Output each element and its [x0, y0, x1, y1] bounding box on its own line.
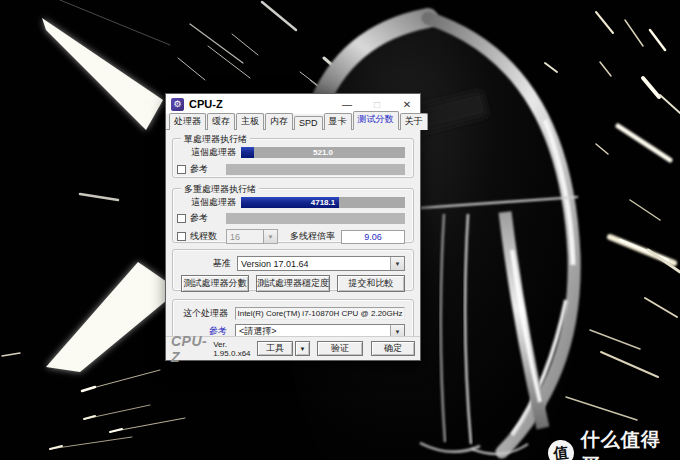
ok-button[interactable]: 确定 — [371, 341, 415, 356]
tools-dropdown-button[interactable]: ▼ — [295, 341, 310, 356]
single-thread-group: 單處理器执行绪 這個處理器 521.0 參考 — [172, 138, 414, 178]
tab-memory[interactable]: 内存 — [265, 113, 293, 130]
tab-about[interactable]: 关于 — [400, 113, 428, 130]
validate-button[interactable]: 验证 — [317, 341, 363, 356]
reference-label: 參考 — [190, 212, 226, 225]
tab-graphics[interactable]: 显卡 — [324, 113, 352, 130]
tools-button[interactable]: 工具 — [257, 341, 293, 356]
window-title: CPU-Z — [189, 98, 223, 110]
close-icon[interactable]: ✕ — [400, 99, 414, 110]
threads-count-select[interactable]: 16 ▼ — [226, 229, 278, 244]
multi-thread-score-bar: 4718.1 — [241, 197, 405, 208]
single-thread-score-bar: 521.0 — [241, 147, 405, 158]
this-processor-label: 這個處理器 — [191, 196, 241, 209]
threads-label: 线程数 — [190, 230, 226, 243]
cpuz-window: ⚙ CPU-Z — □ ✕ 处理器 缓存 主板 内存 SPD 显卡 测试分数 关… — [165, 93, 421, 361]
tab-caches[interactable]: 缓存 — [207, 113, 235, 130]
cpuz-app-icon: ⚙ — [171, 98, 184, 111]
threads-count-value: 16 — [230, 232, 240, 242]
minimize-icon[interactable]: — — [340, 99, 354, 110]
benchmark-version-select[interactable]: Version 17.01.64 ▼ — [237, 256, 405, 271]
reference-bar — [226, 213, 405, 224]
reference-checkbox[interactable] — [177, 214, 186, 223]
bench-cpu-button[interactable]: 測試處理器分數 — [181, 275, 249, 292]
chevron-down-icon: ▼ — [263, 230, 277, 243]
tab-bench[interactable]: 测试分数 — [353, 111, 399, 130]
this-processor-label: 這個處理器 — [191, 146, 241, 159]
tab-mainboard[interactable]: 主板 — [236, 113, 264, 130]
tab-strip: 处理器 缓存 主板 内存 SPD 显卡 测试分数 关于 — [166, 114, 420, 130]
benchmark-version-value: Version 17.01.64 — [241, 259, 309, 269]
benchmark-group: 基准 Version 17.01.64 ▼ 測試處理器分數 測試處理器穩定度 提… — [172, 249, 414, 291]
cpuz-logo: CPU-Z — [171, 333, 208, 365]
reference-checkbox[interactable] — [177, 165, 186, 174]
ratio-value-field: 9.06 — [341, 230, 405, 244]
single-thread-score: 521.0 — [241, 148, 405, 157]
tab-spd[interactable]: SPD — [294, 116, 323, 130]
tab-cpu[interactable]: 处理器 — [169, 113, 206, 130]
multi-thread-score: 4718.1 — [241, 198, 405, 207]
reference-label: 參考 — [190, 163, 226, 176]
stress-cpu-button[interactable]: 測試處理器穩定度 — [256, 275, 330, 292]
benchmark-version-label: 基准 — [213, 257, 231, 270]
ratio-label: 多线程倍率 — [290, 230, 335, 243]
chevron-down-icon: ▼ — [300, 346, 306, 352]
footer-bar: CPU-Z Ver. 1.95.0.x64 工具 ▼ 验证 确定 — [166, 336, 420, 360]
threads-checkbox[interactable] — [177, 232, 186, 241]
multi-thread-group: 多重處理器执行绪 這個處理器 4718.1 參考 线程数 16 ▼ — [172, 188, 414, 243]
submit-compare-button[interactable]: 提交和比較 — [337, 275, 405, 292]
processor-name: Intel(R) Core(TM) i7-10870H CPU @ 2.20GH… — [237, 309, 402, 318]
smzdm-watermark: 值 什么值得买 — [548, 427, 680, 460]
smzdm-logo-icon: 值 — [547, 439, 575, 460]
watermark-text: 什么值得买 — [581, 427, 680, 460]
ratio-value: 9.06 — [364, 232, 382, 242]
groupbox-title: 單處理器执行绪 — [181, 133, 250, 146]
maximize-icon: □ — [370, 99, 384, 110]
chevron-down-icon: ▼ — [390, 257, 404, 270]
groupbox-title: 多重處理器执行绪 — [181, 183, 259, 196]
this-processor-name-label: 这个处理器 — [183, 307, 235, 320]
version-text: Ver. 1.95.0.x64 — [213, 340, 257, 358]
processor-name-field: Intel(R) Core(TM) i7-10870H CPU @ 2.20GH… — [235, 307, 405, 320]
reference-bar — [226, 164, 405, 175]
